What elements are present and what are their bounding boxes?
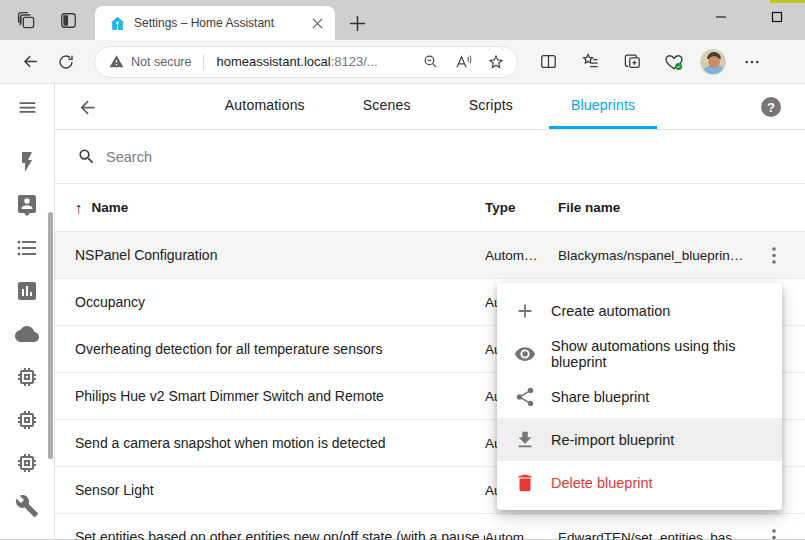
table-row[interactable]: NSPanel Configuration Autom… Blackymas/n…: [55, 232, 805, 279]
menu-item-label: Show automations using this blueprint: [551, 338, 765, 370]
context-menu-item[interactable]: Share blueprint: [497, 375, 782, 418]
tab-blueprints[interactable]: Blueprints: [549, 84, 657, 129]
ha-sidebar: [0, 84, 55, 539]
delete-icon: [514, 472, 536, 494]
home-assistant-favicon: [109, 15, 126, 32]
row-type: Autom…: [485, 248, 558, 263]
refresh-icon[interactable]: [50, 46, 82, 78]
row-overflow-menu-icon[interactable]: [764, 243, 784, 268]
search-bar: [55, 130, 805, 184]
context-menu-item[interactable]: Re-import blueprint: [497, 418, 782, 461]
row-name: NSPanel Configuration: [75, 247, 485, 263]
security-label: Not secure: [131, 55, 191, 69]
table-header: ↑ Name Type File name: [55, 184, 805, 232]
more-icon[interactable]: [736, 46, 768, 78]
eye-icon: [514, 343, 536, 365]
menu-item-label: Create automation: [551, 303, 670, 319]
help-icon[interactable]: ?: [761, 97, 781, 117]
ha-header: AutomationsScenesScriptsBlueprints ?: [55, 84, 805, 130]
ha-back-icon[interactable]: [77, 97, 98, 118]
sidebar-icons: [0, 150, 54, 518]
row-name: Send a camera snapshot when motion is de…: [75, 435, 485, 451]
import-icon: [514, 429, 536, 451]
favorite-star-icon[interactable]: [483, 49, 509, 75]
top-edge-strip: [770, 0, 805, 3]
chart-box-icon[interactable]: [15, 279, 39, 303]
new-tab-icon[interactable]: [344, 10, 370, 36]
context-menu: Create automation Show automations using…: [497, 283, 782, 510]
profile-avatar[interactable]: [700, 49, 726, 75]
tab-actions-icon[interactable]: [58, 10, 78, 30]
row-name: Set entities based on other entities new…: [75, 529, 485, 540]
zoom-out-icon[interactable]: [417, 49, 443, 75]
minimize-icon[interactable]: [693, 0, 749, 34]
person-pin-icon[interactable]: [15, 193, 39, 217]
address-bar[interactable]: Not secure homeassistant.local:8123/...: [94, 46, 518, 78]
split-screen-icon[interactable]: [532, 46, 564, 78]
address-divider: [203, 54, 204, 70]
browser-tab-bar: Settings – Home Assistant: [0, 0, 805, 40]
chip-icon[interactable]: [15, 451, 39, 475]
menu-item-label: Share blueprint: [551, 389, 649, 405]
sort-arrow-icon[interactable]: ↑: [75, 199, 83, 216]
context-menu-item[interactable]: Show automations using this blueprint: [497, 332, 782, 375]
context-menu-item[interactable]: Delete blueprint: [497, 461, 782, 504]
maximize-icon[interactable]: [749, 0, 805, 34]
row-type: Autom…: [485, 530, 558, 540]
row-overflow-menu-icon[interactable]: [764, 525, 784, 540]
search-icon: [77, 147, 96, 166]
row-file-name: EdwardTEN/set_entities_bas…: [558, 530, 743, 540]
chip-icon[interactable]: [15, 365, 39, 389]
plus-icon: [514, 300, 536, 322]
column-type[interactable]: Type: [485, 200, 558, 215]
tab-title: Settings – Home Assistant: [134, 16, 301, 30]
tab-scenes[interactable]: Scenes: [341, 84, 433, 129]
share-icon: [514, 386, 536, 408]
row-name: Overheating detection for all temperatur…: [75, 341, 485, 357]
ha-nav-tabs: AutomationsScenesScriptsBlueprints: [55, 84, 805, 129]
browser-tab[interactable]: Settings – Home Assistant: [95, 6, 335, 40]
row-name: Occupancy: [75, 294, 485, 310]
search-input[interactable]: [106, 149, 805, 165]
tab-automations[interactable]: Automations: [203, 84, 327, 129]
menu-item-label: Re-import blueprint: [551, 432, 674, 448]
cloud-icon[interactable]: [15, 322, 39, 346]
chip-icon[interactable]: [15, 408, 39, 432]
browser-toolbar: Not secure homeassistant.local:8123/...: [0, 40, 805, 84]
tab-scripts[interactable]: Scripts: [447, 84, 535, 129]
workspaces-icon[interactable]: [16, 10, 36, 30]
warning-icon[interactable]: [109, 54, 124, 69]
row-name: Sensor Light: [75, 482, 485, 498]
add-tab-to-collection-icon[interactable]: [616, 46, 648, 78]
row-file-name: Blackymas/nspanel_blueprin…: [558, 248, 743, 263]
back-icon[interactable]: [14, 46, 46, 78]
menu-icon[interactable]: [17, 97, 38, 118]
column-file-name[interactable]: File name: [558, 200, 743, 215]
bolt-icon[interactable]: [15, 150, 39, 174]
column-name[interactable]: Name: [92, 200, 129, 215]
wrench-icon[interactable]: [15, 494, 39, 518]
favorites-icon[interactable]: [574, 46, 606, 78]
row-name: Philips Hue v2 Smart Dimmer Switch and R…: [75, 388, 485, 404]
read-aloud-icon[interactable]: [450, 49, 476, 75]
close-tab-icon[interactable]: [309, 15, 325, 31]
table-row[interactable]: Set entities based on other entities new…: [55, 514, 805, 540]
url-text[interactable]: homeassistant.local:8123/...: [216, 54, 410, 69]
list-icon[interactable]: [15, 236, 39, 260]
context-menu-item[interactable]: Create automation: [497, 289, 782, 332]
menu-item-label: Delete blueprint: [551, 475, 653, 491]
sidebar-scrollbar[interactable]: [48, 212, 53, 459]
browser-essentials-icon[interactable]: [658, 46, 690, 78]
